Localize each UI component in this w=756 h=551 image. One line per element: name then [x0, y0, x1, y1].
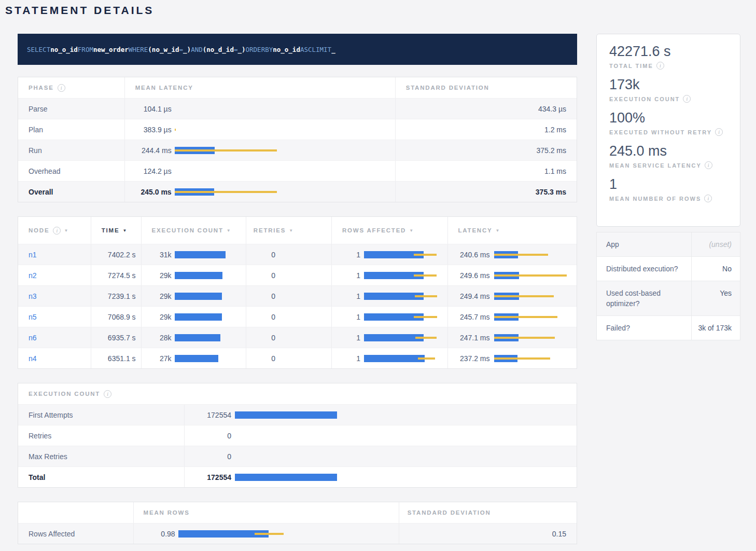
sql-identifier: _: [331, 46, 335, 53]
header-spacer: [185, 383, 577, 404]
empty-header-cell: [18, 502, 134, 523]
info-icon[interactable]: i: [715, 128, 723, 136]
phase-row: Run244.4 ms375.2 ms: [18, 140, 577, 160]
rows-table-header: MEAN ROWSSTANDARD DEVIATION: [18, 502, 577, 523]
attribute-value: Yes: [692, 281, 740, 315]
execution-count-value: 29k: [142, 292, 172, 300]
rows-affected-cell: 1: [332, 265, 448, 285]
node-link[interactable]: n5: [29, 313, 37, 321]
retries-cell: 0: [246, 286, 332, 306]
execution-bar: [235, 453, 577, 460]
rows-affected-bar: [364, 355, 447, 362]
column-header-execution-count[interactable]: EXECUTION COUNT▼: [142, 217, 247, 244]
retries-value: 0: [271, 313, 275, 321]
execution-bar: [235, 432, 577, 439]
execution-count-cell: 29k: [142, 286, 247, 306]
rows-label-cell: Rows Affected: [18, 524, 134, 544]
node-header-label: NODE: [29, 227, 49, 233]
phase-table-header: PHASEiMEAN LATENCYSTANDARD DEVIATION: [18, 77, 577, 98]
rows-affected-table: MEAN ROWSSTANDARD DEVIATIONRows Affected…: [18, 502, 577, 544]
info-icon[interactable]: i: [704, 195, 712, 202]
info-icon[interactable]: i: [58, 84, 65, 92]
latency-bar: [175, 188, 395, 196]
info-icon[interactable]: i: [656, 62, 664, 70]
mean-bar: [175, 355, 218, 362]
latency-value: 237.2 ms: [448, 354, 490, 363]
time-cell: 6351.1 s: [91, 348, 142, 368]
attribute-value: 3k of 173k: [692, 316, 740, 340]
sql-identifier: _): [183, 46, 191, 53]
mean-latency-cell: 124.2 µs: [125, 161, 396, 181]
rows-affected-cell: 1: [332, 286, 448, 306]
column-header-time[interactable]: TIME▼: [91, 217, 142, 244]
latency-value: 249.4 ms: [448, 292, 490, 300]
node-stats-table: NODEi▼TIME▼EXECUTION COUNT▼RETRIES▼ROWS …: [18, 216, 577, 369]
latency-bar: [175, 105, 395, 113]
info-icon[interactable]: i: [53, 227, 61, 235]
rows-affected-bar: [364, 293, 447, 300]
column-header-retries[interactable]: RETRIES▼: [246, 217, 332, 244]
column-header-rows-affected[interactable]: ROWS AFFECTED▼: [332, 217, 448, 244]
rows-affected-row: Rows Affected0.980.15: [18, 523, 577, 544]
info-icon[interactable]: i: [705, 161, 712, 169]
latency-value: 245.7 ms: [448, 313, 490, 321]
phase-row: Parse104.1 µs434.3 µs: [18, 98, 577, 119]
summary-stats-card: 42271.6 sTOTAL TIMEi173kEXECUTION COUNTi…: [596, 34, 740, 227]
mean-rows-column-header: MEAN ROWS: [134, 502, 399, 523]
mean-bar: [175, 334, 220, 341]
execution-label: Retries: [29, 432, 51, 440]
sql-statement: SELECT no_o_id FROM new_order WHERE (no_…: [18, 34, 577, 65]
execution-count-cell: 31k: [142, 244, 247, 265]
stat-label-text: MEAN SERVICE LATENCY: [609, 162, 702, 169]
stddev-value: 375.2 ms: [536, 146, 566, 155]
phase-cell: Overall: [18, 182, 125, 202]
execution-count-value: 31k: [142, 251, 172, 259]
latency-cell: 240.6 ms: [448, 244, 577, 265]
stat-label: EXECUTION COUNTi: [609, 95, 735, 103]
column-header-latency[interactable]: LATENCY▼: [448, 217, 577, 244]
attribute-label: Used cost-based optimizer?: [597, 281, 692, 315]
stat-value: 100%: [609, 109, 735, 127]
mean-rows-header-label: MEAN ROWS: [144, 509, 190, 516]
retries-cell: 0: [246, 327, 332, 348]
column-header-node[interactable]: NODEi▼: [18, 217, 91, 244]
execution-count-title: EXECUTION COUNTi: [18, 383, 185, 404]
execution-count-value: 29k: [142, 313, 172, 321]
mean-bar: [175, 251, 226, 258]
latency-bar: [494, 293, 577, 300]
execution-label-cell: Retries: [18, 425, 185, 446]
summary-stat: 173kEXECUTION COUNTi: [609, 76, 735, 103]
node-cell: n5: [18, 307, 91, 327]
stddev-bar: [414, 274, 437, 277]
phase-row: Overall245.0 ms375.3 ms: [18, 181, 577, 202]
time-cell: 7068.9 s: [91, 307, 142, 327]
node-link[interactable]: n6: [29, 334, 37, 342]
info-icon[interactable]: i: [104, 390, 111, 398]
node-link[interactable]: n2: [29, 271, 37, 280]
latency-cell: 247.1 ms: [448, 327, 577, 348]
node-row: n17402.2 s31k01240.6 ms: [18, 244, 577, 265]
stddev-value: 1.2 ms: [544, 126, 566, 134]
execution-count-title-label: EXECUTION COUNT: [29, 391, 100, 397]
execution-count-cell: 28k: [142, 327, 247, 348]
rows-affected-value: 1: [332, 334, 360, 342]
stddev-bar: [494, 295, 554, 297]
mean-latency-value: 104.1 µs: [125, 105, 172, 113]
mean-latency-cell: 104.1 µs: [125, 99, 396, 119]
phase-name: Overall: [29, 188, 53, 196]
retries-cell: 0: [246, 307, 332, 327]
info-icon[interactable]: i: [683, 95, 691, 103]
mean-latency-value: 244.4 ms: [125, 146, 172, 155]
execution-label: Max Retries: [29, 452, 67, 461]
summary-stat: 100%EXECUTED WITHOUT RETRYi: [609, 109, 735, 136]
stddev-bar: [414, 254, 437, 256]
sql-identifier: no_o_id: [50, 46, 78, 53]
phase-row: Plan383.9 µs1.2 ms: [18, 119, 577, 140]
mean-latency-value: 383.9 µs: [125, 126, 172, 134]
node-link[interactable]: n1: [29, 251, 37, 259]
phase-cell: Overhead: [18, 161, 125, 181]
mean-latency-cell: 245.0 ms: [125, 182, 396, 202]
node-link[interactable]: n4: [29, 354, 37, 363]
execution-label: Total: [29, 473, 45, 481]
node-link[interactable]: n3: [29, 292, 37, 300]
